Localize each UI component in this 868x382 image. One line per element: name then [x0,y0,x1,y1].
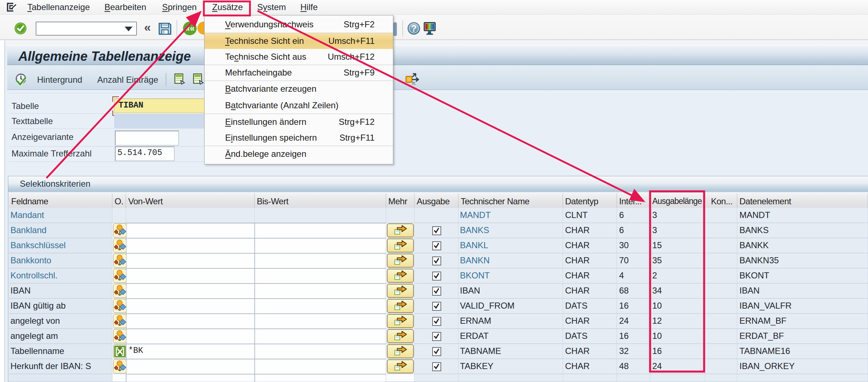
svg-text:?: ? [411,23,417,34]
svg-text:««: «« [185,23,195,33]
